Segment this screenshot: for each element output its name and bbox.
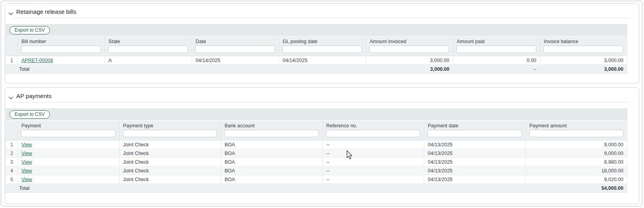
chevron-down-icon[interactable]	[8, 94, 13, 98]
table-row: 1 View Joint Check BOA -- 04/13/2025 9,0…	[6, 140, 627, 149]
total-amount-invoiced: 3,000.00	[366, 65, 453, 74]
retainage-grid: Export to CSV Bill number State	[6, 24, 627, 74]
total-amount-paid: --	[453, 65, 540, 74]
payment-filter-input[interactable]	[21, 130, 116, 137]
col-bank-account: Bank account	[221, 121, 323, 140]
col-state: State	[105, 36, 192, 56]
table-row: 2 View Joint Check BOA -- 04/13/2025 9,0…	[6, 149, 627, 158]
total-invoice-balance: 3,000.00	[540, 65, 627, 74]
amount-invoiced-filter-input[interactable]	[369, 45, 449, 53]
row-number: 5	[6, 175, 18, 184]
retainage-release-bills-section: Retainage release bills Export to CSV Bi…	[5, 3, 639, 83]
table-row: 5 View Joint Check BOA -- 04/13/2025 9,0…	[6, 175, 627, 184]
state-cell: A	[105, 56, 192, 65]
view-payment-link[interactable]: View	[21, 159, 32, 165]
date-filter-input[interactable]	[195, 45, 275, 53]
col-bill-number: Bill number	[18, 36, 105, 56]
col-date: Date	[192, 36, 279, 56]
reference-no-cell: --	[322, 149, 424, 158]
payment-date-cell: 04/13/2025	[424, 140, 526, 149]
header-row: Payment Payment type Bank account R	[6, 121, 627, 140]
col-amount-paid: Amount paid	[453, 36, 540, 56]
reference-no-cell: --	[322, 158, 424, 166]
row-number: 1	[6, 140, 18, 149]
col-payment-date: Payment date	[424, 121, 526, 140]
col-payment: Payment	[18, 121, 120, 140]
table-row: 1 APRET-00008 A 04/14/2025 04/14/2025 3,…	[6, 56, 627, 65]
retainage-table: Bill number State Date GL posting d	[6, 36, 627, 74]
payment-type-cell: Joint Check	[119, 149, 221, 158]
section-title: AP payments	[16, 93, 51, 99]
col-reference-no: Reference no.	[322, 121, 424, 140]
payment-date-filter-input[interactable]	[427, 130, 522, 137]
date-cell: 04/14/2025	[192, 56, 279, 65]
view-payment-link[interactable]: View	[21, 168, 32, 174]
row-number: 1	[6, 56, 18, 65]
row-number: 4	[6, 166, 18, 175]
col-amount-invoiced: Amount invoiced	[366, 36, 453, 56]
total-payment-amount: 54,000.00	[526, 184, 627, 193]
bill-number-link[interactable]: APRET-00008	[21, 58, 53, 63]
ap-payments-section: AP payments Export to CSV Payment	[5, 87, 639, 204]
section-header-retainage[interactable]: Retainage release bills	[5, 4, 639, 18]
col-gl-posting-date: GL posting date	[279, 36, 366, 56]
amount-paid-filter-input[interactable]	[456, 45, 536, 53]
bank-account-filter-input[interactable]	[224, 130, 319, 137]
chevron-down-icon[interactable]	[8, 10, 13, 13]
bank-account-cell: BOA	[221, 158, 323, 166]
ap-payments-table: Payment Payment type Bank account R	[6, 121, 627, 193]
col-payment-amount: Payment amount	[526, 121, 627, 140]
section-title: Retainage release bills	[16, 8, 76, 15]
payment-date-cell: 04/13/2025	[424, 175, 526, 184]
gl-posting-date-cell: 04/14/2025	[279, 56, 366, 65]
payment-date-cell: 04/13/2025	[424, 149, 526, 158]
payment-amount-cell: 9,000.00	[526, 140, 627, 149]
ap-payments-grid: Export to CSV Payment Payment type	[6, 108, 627, 193]
section-header-ap-payments[interactable]: AP payments	[5, 88, 639, 102]
ap-payments-toolbar: Export to CSV	[6, 108, 627, 120]
amount-paid-cell: 0.00	[453, 56, 540, 65]
reference-no-cell: --	[322, 175, 424, 184]
col-invoice-balance: Invoice balance	[540, 36, 627, 56]
export-to-csv-button[interactable]: Export to CSV	[10, 110, 50, 119]
bank-account-cell: BOA	[221, 175, 323, 184]
state-filter-input[interactable]	[108, 45, 188, 53]
reference-no-cell: --	[322, 140, 424, 149]
view-payment-link[interactable]: View	[21, 177, 32, 182]
header-row: Bill number State Date GL posting d	[6, 36, 627, 56]
invoice-balance-filter-input[interactable]	[543, 45, 623, 53]
reference-no-filter-input[interactable]	[326, 130, 421, 137]
total-label: Total	[6, 184, 120, 193]
total-row: Total 3,000.00 -- 3,000.00	[6, 65, 627, 74]
payment-date-cell: 04/13/2025	[424, 166, 526, 175]
bank-account-cell: BOA	[221, 149, 323, 158]
row-number: 3	[6, 158, 18, 166]
row-number-header	[6, 121, 18, 140]
export-to-csv-button[interactable]: Export to CSV	[10, 26, 50, 34]
content-panel: Retainage release bills Export to CSV Bi…	[1, 1, 642, 206]
view-payment-link[interactable]: View	[21, 151, 32, 156]
payment-date-cell: 04/13/2025	[424, 158, 526, 166]
reference-no-cell: --	[322, 166, 424, 175]
payment-type-cell: Joint Check	[119, 175, 221, 184]
row-number-header	[6, 36, 18, 56]
payment-amount-filter-input[interactable]	[529, 130, 624, 137]
col-payment-type: Payment type	[119, 121, 221, 140]
retainage-toolbar: Export to CSV	[6, 24, 627, 36]
payment-amount-cell: 18,000.00	[526, 166, 627, 175]
bill-number-filter-input[interactable]	[21, 45, 101, 53]
table-row: 3 View Joint Check BOA -- 04/13/2025 8,9…	[6, 158, 627, 166]
bank-account-cell: BOA	[221, 140, 323, 149]
payment-type-cell: Joint Check	[119, 158, 221, 166]
gl-posting-date-filter-input[interactable]	[282, 45, 362, 53]
view-payment-link[interactable]: View	[21, 142, 32, 147]
invoice-balance-cell: 3,000.00	[540, 56, 627, 65]
total-row: Total 54,000.00	[6, 184, 627, 193]
divider	[13, 102, 629, 102]
payment-type-cell: Joint Check	[119, 140, 221, 149]
table-row: 4 View Joint Check BOA -- 04/13/2025 18,…	[6, 166, 627, 175]
payment-type-filter-input[interactable]	[123, 130, 217, 137]
payment-type-cell: Joint Check	[119, 166, 221, 175]
row-number: 2	[6, 149, 18, 158]
payment-amount-cell: 9,020.00	[526, 175, 627, 184]
